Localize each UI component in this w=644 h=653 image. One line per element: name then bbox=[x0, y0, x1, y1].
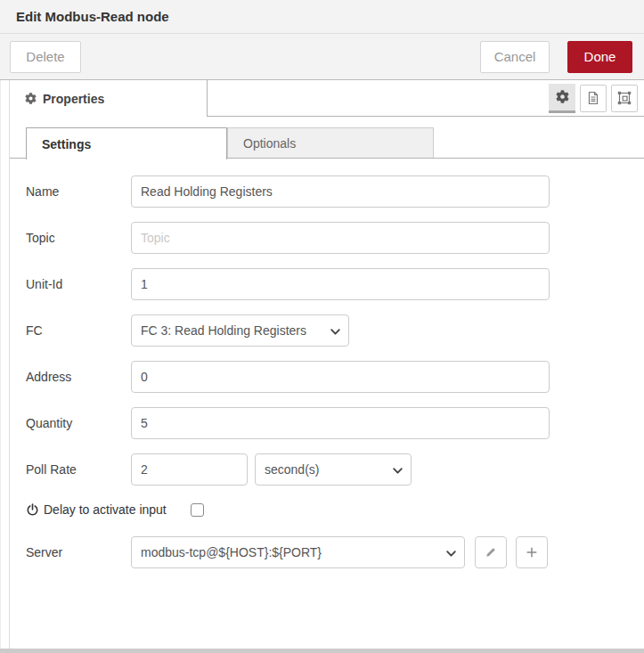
plus-icon bbox=[526, 546, 538, 559]
unit-id-input[interactable] bbox=[131, 268, 550, 300]
editor-tab-buttons bbox=[208, 80, 644, 117]
appearance-icon-button[interactable] bbox=[611, 85, 638, 112]
delay-checkbox[interactable] bbox=[191, 503, 204, 517]
unit-id-row: Unit-Id bbox=[26, 268, 644, 300]
add-server-button[interactable] bbox=[516, 536, 548, 568]
topic-row: Topic bbox=[26, 222, 644, 254]
properties-icon-button[interactable] bbox=[549, 84, 575, 113]
quantity-row: Quantity bbox=[26, 407, 644, 439]
address-label: Address bbox=[26, 370, 131, 384]
tab-properties[interactable]: Properties bbox=[10, 80, 208, 117]
quantity-label: Quantity bbox=[26, 416, 131, 430]
settings-tabs: Settings Optionals bbox=[10, 127, 644, 159]
name-input[interactable] bbox=[131, 175, 550, 208]
editor-tabs-row: Properties bbox=[10, 80, 644, 117]
power-icon bbox=[26, 503, 39, 517]
file-icon bbox=[586, 91, 600, 105]
address-input[interactable] bbox=[131, 361, 550, 393]
edit-server-button[interactable] bbox=[475, 536, 507, 568]
server-select[interactable]: modbus-tcp@${HOST}:${PORT} bbox=[131, 536, 465, 568]
fc-select[interactable]: FC 3: Read Holding Registers bbox=[131, 314, 349, 347]
quantity-input[interactable] bbox=[131, 407, 550, 439]
editor-tray: Properties bbox=[9, 80, 644, 649]
window-bottom-edge bbox=[0, 649, 644, 653]
gear-icon bbox=[556, 90, 569, 103]
appearance-icon bbox=[617, 91, 632, 105]
dialog-header: Edit Modbus-Read node bbox=[0, 0, 644, 34]
tab-optionals[interactable]: Optionals bbox=[227, 127, 434, 158]
gear-icon bbox=[25, 93, 37, 104]
name-label: Name bbox=[26, 184, 131, 199]
tab-settings-label: Settings bbox=[42, 137, 91, 151]
poll-rate-unit-select[interactable]: second(s) bbox=[255, 453, 412, 486]
topic-input[interactable] bbox=[131, 222, 550, 254]
fc-row: FC FC 3: Read Holding Registers bbox=[26, 314, 644, 347]
tab-optionals-label: Optionals bbox=[243, 136, 296, 151]
delete-button[interactable]: Delete bbox=[10, 41, 81, 73]
fc-label: FC bbox=[26, 323, 131, 338]
done-button[interactable]: Done bbox=[567, 41, 632, 73]
delay-label-text: Delay to activate input bbox=[44, 502, 167, 517]
topic-label: Topic bbox=[26, 231, 131, 245]
dialog-toolbar: Delete Cancel Done bbox=[0, 34, 644, 80]
poll-rate-row: Poll Rate second(s) bbox=[26, 453, 644, 486]
edit-node-dialog: Edit Modbus-Read node Delete Cancel Done… bbox=[0, 0, 644, 653]
poll-rate-label: Poll Rate bbox=[26, 462, 131, 477]
pencil-icon bbox=[485, 546, 497, 559]
description-icon-button[interactable] bbox=[580, 85, 607, 112]
cancel-button[interactable]: Cancel bbox=[480, 41, 550, 73]
server-row: Server modbus-tcp@${HOST}:${PORT} bbox=[26, 536, 644, 568]
name-row: Name bbox=[26, 175, 644, 208]
delay-label: Delay to activate input bbox=[26, 502, 167, 517]
delay-row: Delay to activate input bbox=[26, 500, 644, 519]
unit-id-label: Unit-Id bbox=[26, 277, 131, 291]
dialog-title: Edit Modbus-Read node bbox=[16, 9, 169, 24]
address-row: Address bbox=[26, 361, 644, 393]
tab-settings[interactable]: Settings bbox=[26, 127, 227, 159]
settings-form: Name Topic Unit-Id FC FC 3: Read Holding… bbox=[10, 159, 644, 568]
poll-rate-input[interactable] bbox=[131, 453, 248, 486]
server-label: Server bbox=[26, 545, 131, 559]
tab-properties-label: Properties bbox=[43, 92, 104, 106]
